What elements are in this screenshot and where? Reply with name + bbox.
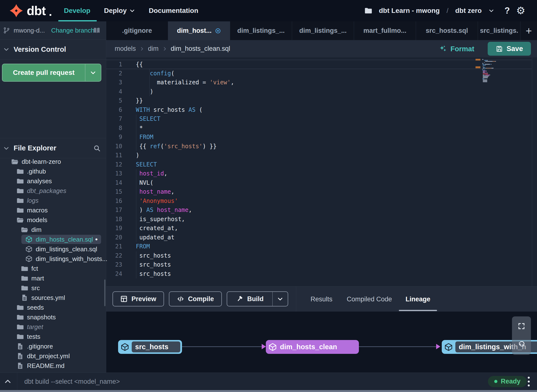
help-button[interactable]: ? — [504, 6, 510, 16]
tree-item-models[interactable]: models — [0, 215, 106, 225]
tab-dim-host-[interactable]: dim_host... — [168, 21, 230, 40]
tab-dim-listings-[interactable]: dim_listings_... — [230, 21, 292, 40]
editor-scrollbar[interactable] — [532, 57, 532, 286]
tree-item-dbt-project-yml[interactable]: dbt_project.yml — [0, 351, 106, 361]
tree-item-dbt-learn-zero[interactable]: dbt-learn-zero — [0, 157, 106, 166]
nav-documentation[interactable]: Documentation — [149, 0, 198, 21]
tab-label: dim_listings_... — [299, 27, 346, 35]
tab-src-listings-[interactable]: src_listings. — [478, 21, 520, 40]
kebab-menu[interactable] — [528, 377, 530, 386]
book-icon[interactable] — [93, 26, 101, 34]
compile-button[interactable]: Compile — [169, 291, 222, 306]
create-pull-request-dropdown[interactable] — [85, 64, 101, 81]
code-line-7[interactable]: 7 SELECT — [106, 114, 532, 124]
code-line-9[interactable]: 9 FROM — [106, 133, 532, 142]
lineage-canvas[interactable]: src_hostsdim_hosts_cleandim_listings_wit… — [106, 312, 537, 373]
code-line-11[interactable]: 11) — [106, 151, 532, 160]
gear-icon[interactable]: ⚙ — [516, 6, 525, 16]
tree-item-src[interactable]: src — [0, 283, 106, 293]
tree-item-mart[interactable]: mart — [0, 273, 106, 283]
project-name[interactable]: dbt zero — [455, 7, 482, 15]
code-line-1[interactable]: 1{{ — [106, 60, 532, 69]
build-main[interactable]: Build — [227, 292, 272, 306]
code-line-22[interactable]: 22 src_hosts — [106, 251, 532, 261]
code-line-19[interactable]: 19 created_at, — [106, 224, 532, 233]
minimap[interactable] — [482, 59, 497, 82]
tree-item-dim-listings-with-hosts-[interactable]: dim_listings_with_hosts... — [0, 254, 106, 264]
code-line-3[interactable]: 3 materialized = 'view', — [106, 78, 532, 87]
code-line-6[interactable]: 6WITH src_hosts AS ( — [106, 105, 532, 115]
chevron-up-icon[interactable] — [4, 378, 12, 385]
lineage-arrowhead — [262, 344, 266, 349]
code-line-13[interactable]: 13 host_id, — [106, 169, 532, 178]
tab-lineage[interactable]: Lineage — [402, 287, 434, 312]
code-line-2[interactable]: 2 config( — [106, 69, 532, 78]
fullscreen-icon[interactable] — [518, 322, 525, 330]
window-bottom-strip — [0, 390, 537, 392]
tree-item-tests[interactable]: tests — [0, 332, 106, 341]
tree-item-analyses[interactable]: analyses — [0, 176, 106, 186]
chevron-down-icon[interactable] — [488, 8, 494, 14]
dbt-logo[interactable]: dbt — [9, 3, 51, 18]
new-tab-button[interactable]: + — [520, 21, 537, 40]
tree-item--github[interactable]: .github — [0, 166, 106, 176]
code-line-17[interactable]: 17 ) AS host_name, — [106, 206, 532, 215]
build-dropdown[interactable] — [273, 292, 288, 306]
preview-button[interactable]: Preview — [113, 291, 164, 306]
tab-results[interactable]: Results — [306, 287, 337, 312]
code-editor[interactable]: 1{{2 config(3 materialized = 'view',4 )5… — [106, 57, 537, 286]
code-line-4[interactable]: 4 ) — [106, 87, 532, 96]
tree-item-README-md[interactable]: README.md — [0, 361, 106, 371]
refresh-icon[interactable] — [518, 341, 525, 348]
tree-item-dim[interactable]: dim — [0, 225, 106, 235]
code-line-16[interactable]: 16 'Anonymous' — [106, 197, 532, 206]
tab-src-hosts-sql[interactable]: src_hosts.sql — [416, 21, 478, 40]
nav-develop[interactable]: Develop — [64, 0, 90, 21]
tree-item-dim-listings-clean-sql[interactable]: dim_listings_clean.sql — [0, 244, 106, 254]
tree-item-label: logs — [27, 197, 39, 204]
command-input[interactable]: dbt build --select <model_name> — [24, 378, 120, 385]
file-explorer-header[interactable]: File Explorer — [0, 138, 106, 158]
tab--gitignore[interactable]: .gitignore — [106, 21, 168, 40]
format-button[interactable]: Format — [439, 45, 474, 53]
change-branch-link[interactable]: Change branch — [51, 27, 95, 34]
code-line-10[interactable]: 10 {{ ref('src_hosts') }} — [106, 142, 532, 151]
tree-item-macros[interactable]: macros — [0, 205, 106, 215]
code-line-18[interactable]: 18 is_superhost, — [106, 215, 532, 224]
code-line-20[interactable]: 20 updated_at — [106, 233, 532, 242]
tree-item-snapshots[interactable]: snapshots — [0, 312, 106, 322]
tab-dim-listings-[interactable]: dim_listings_... — [292, 21, 354, 40]
tree-item-dim-hosts-clean-sql[interactable]: dim_hosts_clean.sql• — [0, 235, 106, 244]
lineage-node-src_hosts[interactable]: src_hosts — [118, 340, 182, 354]
create-pull-request-main[interactable]: Create pull request — [2, 64, 85, 81]
project-account[interactable]: dbt Learn - mwong — [379, 7, 440, 15]
nav-deploy[interactable]: Deploy — [104, 0, 135, 21]
code-line-24[interactable]: 24 src_hosts — [106, 270, 532, 279]
version-control-header[interactable]: Version Control — [0, 39, 106, 60]
tree-item-dbt-packages[interactable]: dbt_packages — [0, 186, 106, 196]
code-line-15[interactable]: 15 host_name, — [106, 187, 532, 197]
tree-item-sources-yml[interactable]: sources.yml — [0, 293, 106, 303]
tree-item-fct[interactable]: fct — [0, 264, 106, 273]
code-line-23[interactable]: 23 src_hosts — [106, 260, 532, 270]
tab-mart-fullmo-[interactable]: mart_fullmo... — [354, 21, 416, 40]
tree-item-target[interactable]: target — [0, 322, 106, 332]
tab-compiled-code[interactable]: Compiled Code — [344, 287, 395, 312]
search-icon[interactable] — [93, 145, 101, 152]
lineage-node-dim_hosts_clean[interactable]: dim_hosts_clean — [266, 340, 359, 354]
code-line-21[interactable]: 21FROM — [106, 242, 532, 251]
breadcrumb-dim[interactable]: dim — [148, 45, 159, 52]
line-number: 24 — [106, 270, 122, 279]
tree-item-logs[interactable]: logs — [0, 196, 106, 205]
breadcrumb-models[interactable]: models — [115, 45, 136, 52]
tree-item--gitignore[interactable]: .gitignore — [0, 341, 106, 351]
code-line-8[interactable]: 8 * — [106, 124, 532, 133]
sidebar-scrollbar[interactable] — [104, 279, 105, 306]
line-number: 11 — [106, 151, 122, 160]
code-line-12[interactable]: 12SELECT — [106, 160, 532, 169]
code-line-5[interactable]: 5}} — [106, 96, 532, 105]
tree-item-seeds[interactable]: seeds — [0, 303, 106, 312]
code-text: src_hosts — [136, 260, 171, 270]
save-button[interactable]: Save — [488, 42, 531, 56]
code-line-14[interactable]: 14 NVL( — [106, 178, 532, 188]
